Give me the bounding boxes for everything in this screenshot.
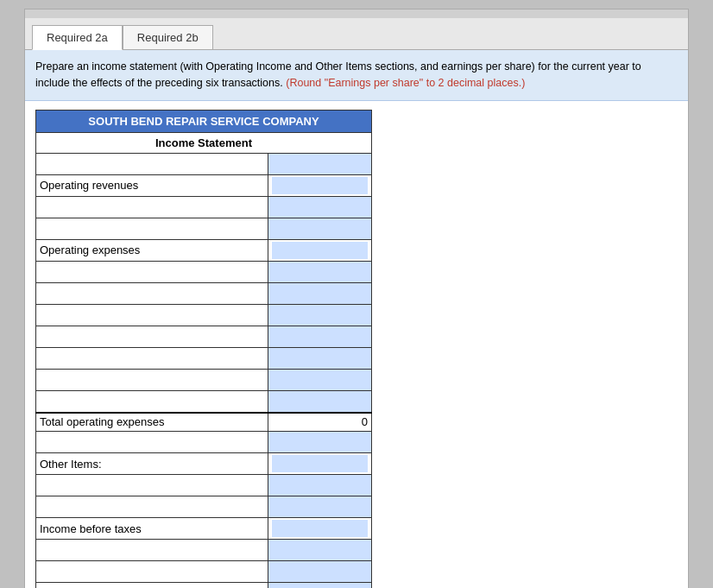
- rev-input-value-2[interactable]: [272, 199, 368, 216]
- operating-revenues-label: Operating revenues: [40, 179, 138, 192]
- total-operating-expenses-label: Total operating expenses: [40, 415, 165, 428]
- ibt-input-label-2[interactable]: [40, 563, 264, 580]
- table-row: [36, 540, 372, 561]
- table-row: [36, 196, 372, 218]
- statement-title: Income Statement: [36, 132, 372, 153]
- exp-input-value-2[interactable]: [272, 285, 368, 302]
- operating-revenues-value[interactable]: [272, 177, 368, 194]
- exp-input-label-4[interactable]: [40, 328, 264, 345]
- exp-input-label-6[interactable]: [40, 371, 264, 389]
- other-input-value-2[interactable]: [272, 498, 368, 515]
- operating-expenses-value[interactable]: [272, 242, 368, 259]
- exp-input-value-1[interactable]: [272, 263, 368, 281]
- table-row: [36, 326, 372, 347]
- tab-required-2a[interactable]: Required 2a: [32, 25, 123, 50]
- other-items-label: Other Items:: [40, 458, 102, 471]
- income-before-taxes-value[interactable]: [272, 520, 368, 537]
- ibt-input-label-1[interactable]: [40, 541, 264, 559]
- table-row: [36, 261, 372, 282]
- other-items-row: Other Items:: [36, 453, 372, 475]
- exp-input-value-4[interactable]: [272, 328, 368, 345]
- other-items-value[interactable]: [272, 455, 368, 472]
- after-total-label[interactable]: [40, 433, 264, 451]
- operating-expenses-label: Operating expenses: [40, 243, 140, 256]
- ibt-input-value-3[interactable]: [272, 585, 368, 588]
- table-row: [36, 390, 372, 413]
- instruction-area: Prepare an income statement (with Operat…: [25, 50, 688, 101]
- revenue-label-input-1[interactable]: [40, 155, 264, 173]
- table-row: [36, 475, 372, 496]
- exp-input-label-5[interactable]: [40, 350, 264, 367]
- exp-input-value-3[interactable]: [272, 307, 368, 324]
- company-name: SOUTH BEND REPAIR SERVICE COMPANY: [36, 110, 372, 132]
- income-statement-table: SOUTH BEND REPAIR SERVICE COMPANY Income…: [35, 110, 372, 589]
- ibt-input-value-2[interactable]: [272, 563, 368, 580]
- table-row: [36, 218, 372, 239]
- table-row: [36, 561, 372, 583]
- total-operating-expenses-value: 0: [362, 415, 368, 428]
- tabs-area: Required 2a Required 2b: [25, 18, 688, 50]
- other-input-label-2[interactable]: [40, 498, 264, 515]
- exp-input-label-1[interactable]: [40, 263, 264, 281]
- rev-input-label-2[interactable]: [40, 199, 264, 216]
- company-header-row: SOUTH BEND REPAIR SERVICE COMPANY: [36, 110, 372, 132]
- exp-input-value-6[interactable]: [272, 371, 368, 389]
- instruction-highlight: (Round "Earnings per share" to 2 decimal…: [286, 77, 525, 89]
- income-before-taxes-row: Income before taxes: [36, 518, 372, 540]
- top-bar: [25, 9, 688, 18]
- tab-required-2b[interactable]: Required 2b: [123, 25, 213, 49]
- exp-input-value-7[interactable]: [272, 393, 368, 410]
- table-row: Operating expenses: [36, 239, 372, 261]
- ibt-input-label-3[interactable]: [40, 585, 264, 588]
- table-wrapper: SOUTH BEND REPAIR SERVICE COMPANY Income…: [25, 101, 688, 589]
- exp-input-label-2[interactable]: [40, 285, 264, 302]
- exp-input-label-3[interactable]: [40, 307, 264, 324]
- other-input-value-1[interactable]: [272, 477, 368, 494]
- table-row: Operating revenues: [36, 174, 372, 196]
- table-row: [36, 347, 372, 369]
- table-row: [36, 304, 372, 326]
- ibt-input-value-1[interactable]: [272, 541, 368, 559]
- income-before-taxes-label: Income before taxes: [40, 522, 142, 535]
- total-operating-expenses-row: Total operating expenses 0: [36, 413, 372, 432]
- statement-header-row: Income Statement: [36, 132, 372, 153]
- exp-input-label-7[interactable]: [40, 393, 264, 410]
- rev-input-value-3[interactable]: [272, 220, 368, 237]
- table-row: [36, 496, 372, 518]
- table-row: [36, 583, 372, 589]
- table-row: [36, 153, 372, 174]
- main-container: Required 2a Required 2b Prepare an incom…: [24, 9, 689, 588]
- revenue-value-input-1[interactable]: [272, 155, 368, 173]
- table-row: [36, 432, 372, 453]
- table-row: [36, 282, 372, 304]
- after-total-value[interactable]: [272, 433, 368, 451]
- table-row: [36, 369, 372, 390]
- rev-input-label-3[interactable]: [40, 220, 264, 237]
- exp-input-value-5[interactable]: [272, 350, 368, 367]
- other-input-label-1[interactable]: [40, 477, 264, 494]
